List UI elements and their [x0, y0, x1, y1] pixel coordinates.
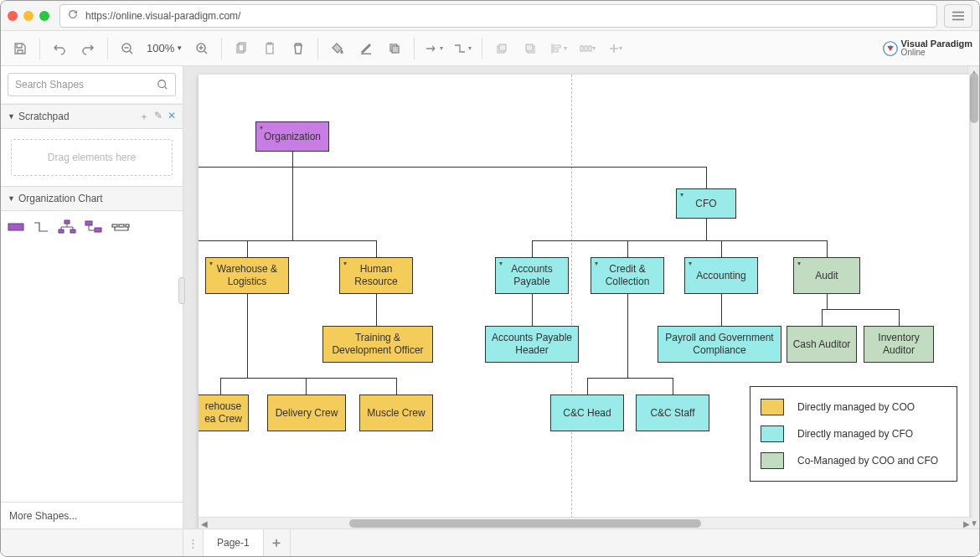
maximize-window-button[interactable]: [39, 11, 49, 21]
url-bar[interactable]: https://online.visual-paradigm.com/: [59, 4, 937, 28]
tab-page-1[interactable]: Page-1: [204, 529, 264, 556]
node-organization[interactable]: ▾Organization: [255, 121, 329, 152]
page-break-guide: [571, 75, 572, 529]
url-text: https://online.visual-paradigm.com/: [85, 10, 240, 22]
canvas[interactable]: ▲ ▼ ▾Organization ▾CFO ▾Warehouse & Logi…: [183, 66, 979, 529]
node-delivery-crew[interactable]: Delivery Crew: [267, 395, 346, 431]
node-hr[interactable]: ▾Human Resource: [339, 257, 413, 294]
to-front-button[interactable]: [489, 36, 514, 61]
drawing-paper[interactable]: ▾Organization ▾CFO ▾Warehouse & Logistic…: [199, 75, 969, 529]
svg-rect-24: [59, 230, 64, 233]
window-controls: [8, 11, 49, 21]
svg-rect-18: [589, 46, 591, 51]
legend-row-coo: Directly managed by COO: [761, 394, 946, 420]
paste-button[interactable]: [257, 36, 282, 61]
svg-rect-2: [952, 18, 964, 20]
node-cfo[interactable]: ▾CFO: [676, 188, 736, 219]
hamburger-menu-button[interactable]: [944, 4, 972, 28]
legend-row-cfo: Directly managed by CFO: [761, 420, 946, 447]
scratchpad-dropzone[interactable]: Drag elements here: [11, 139, 173, 176]
node-audit[interactable]: ▾Audit: [793, 257, 860, 294]
svg-rect-23: [64, 220, 70, 224]
svg-rect-15: [526, 44, 533, 51]
align-button[interactable]: ▾: [546, 36, 571, 61]
svg-rect-7: [266, 44, 273, 54]
node-accounting[interactable]: ▾Accounting: [684, 257, 758, 294]
reload-icon[interactable]: [67, 8, 79, 23]
shape-tree[interactable]: [58, 219, 76, 235]
svg-rect-11: [392, 46, 399, 53]
toolbar: 100%▼ ▾ ▾ ▾ ▾ ▾ Visual ParadigmOnline: [1, 31, 979, 66]
svg-rect-9: [361, 53, 371, 54]
node-training[interactable]: Training & Development Officer: [322, 326, 433, 363]
redo-button[interactable]: [75, 36, 101, 61]
shape-list[interactable]: [111, 221, 130, 233]
svg-rect-28: [112, 224, 117, 227]
undo-button[interactable]: [47, 36, 72, 61]
shape-unit[interactable]: [8, 221, 24, 233]
connector-style-button[interactable]: ▾: [421, 36, 446, 61]
node-cc-head[interactable]: C&C Head: [550, 395, 624, 431]
svg-rect-25: [70, 230, 75, 233]
tab-grip-icon[interactable]: ⋮: [183, 529, 204, 556]
search-placeholder: Search Shapes: [15, 79, 84, 90]
svg-point-21: [158, 80, 166, 88]
fill-color-button[interactable]: [325, 36, 350, 61]
svg-rect-27: [95, 228, 101, 232]
node-accounts-payable[interactable]: ▾Accounts Payable: [495, 257, 569, 294]
brand-logo: Visual ParadigmOnline: [883, 39, 972, 57]
zoom-in-button[interactable]: [189, 36, 214, 61]
svg-point-20: [889, 45, 891, 48]
node-warehouse[interactable]: ▾Warehouse & Logistics: [205, 257, 289, 294]
svg-rect-29: [119, 224, 124, 227]
add-button[interactable]: ▾: [603, 36, 628, 61]
svg-rect-30: [126, 224, 129, 227]
node-cc-staff[interactable]: C&C Staff: [636, 395, 709, 431]
save-button[interactable]: [8, 36, 33, 61]
waypoint-style-button[interactable]: ▾: [450, 36, 475, 61]
copy-button[interactable]: [229, 36, 254, 61]
svg-rect-26: [85, 221, 92, 225]
svg-rect-16: [580, 46, 583, 51]
horizontal-scrollbar[interactable]: ◀ ▶: [199, 517, 972, 529]
titlebar: https://online.visual-paradigm.com/: [1, 1, 979, 31]
shape-palette: [1, 211, 183, 243]
node-inventory-auditor[interactable]: Inventory Auditor: [864, 326, 934, 363]
to-back-button[interactable]: [518, 36, 543, 61]
orgchart-header[interactable]: ▼ Organization Chart: [1, 186, 183, 211]
node-cash-auditor[interactable]: Cash Auditor: [787, 326, 857, 363]
search-shapes-input[interactable]: Search Shapes: [8, 73, 176, 96]
delete-button[interactable]: [286, 36, 311, 61]
svg-rect-1: [952, 15, 964, 17]
scratchpad-edit-icon[interactable]: ✎: [154, 110, 162, 124]
node-warehouse-crew[interactable]: rehouse ea Crew: [199, 395, 249, 431]
svg-rect-17: [585, 46, 587, 51]
legend-row-both: Co-Managed by COO and CFO: [761, 447, 946, 474]
svg-rect-13: [499, 44, 506, 51]
sidebar: Search Shapes ▼ Scratchpad ＋ ✎ ✕ Drag el…: [1, 66, 183, 529]
shadow-button[interactable]: [382, 36, 407, 61]
scratchpad-add-icon[interactable]: ＋: [139, 110, 149, 124]
node-payroll[interactable]: Payroll and Government Compliance: [658, 326, 781, 363]
node-ap-header[interactable]: Accounts Payable Header: [485, 326, 579, 363]
scratchpad-close-icon[interactable]: ✕: [168, 110, 176, 124]
scratchpad-header[interactable]: ▼ Scratchpad ＋ ✎ ✕: [1, 104, 183, 129]
distribute-button[interactable]: ▾: [575, 36, 600, 61]
search-icon: [157, 79, 168, 90]
zoom-level-dropdown[interactable]: 100%▼: [143, 42, 186, 54]
shape-connector[interactable]: [33, 220, 49, 234]
legend[interactable]: Directly managed by COO Directly managed…: [750, 386, 957, 482]
zoom-out-button[interactable]: [115, 36, 140, 61]
sidebar-resize-handle[interactable]: [178, 277, 185, 304]
shape-stacked[interactable]: [85, 220, 103, 234]
svg-rect-22: [8, 224, 23, 230]
svg-rect-0: [952, 11, 964, 13]
page-tabs: ⋮ Page-1 ＋: [1, 529, 979, 556]
close-window-button[interactable]: [8, 11, 18, 21]
node-credit[interactable]: ▾Credit & Collection: [591, 257, 664, 294]
line-color-button[interactable]: [353, 36, 379, 61]
node-muscle-crew[interactable]: Muscle Crew: [359, 395, 433, 431]
add-page-button[interactable]: ＋: [264, 529, 291, 556]
minimize-window-button[interactable]: [23, 11, 34, 21]
more-shapes-link[interactable]: More Shapes...: [1, 502, 183, 529]
